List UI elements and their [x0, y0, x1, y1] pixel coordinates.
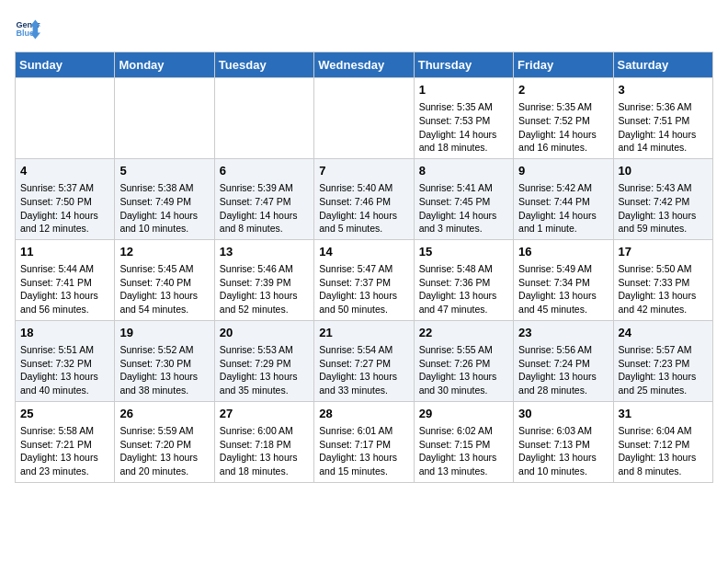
calendar-cell: 6Sunrise: 5:39 AM Sunset: 7:47 PM Daylig…	[214, 158, 313, 239]
calendar-cell: 7Sunrise: 5:40 AM Sunset: 7:46 PM Daylig…	[314, 158, 414, 239]
day-info: Sunrise: 5:46 AM Sunset: 7:39 PM Dayligh…	[220, 262, 309, 316]
day-number: 1	[419, 82, 508, 98]
logo-icon: General Blue	[15, 15, 40, 40]
weekday-header: Tuesday	[214, 52, 313, 78]
day-info: Sunrise: 5:54 AM Sunset: 7:27 PM Dayligh…	[319, 343, 408, 397]
calendar-cell: 21Sunrise: 5:54 AM Sunset: 7:27 PM Dayli…	[314, 320, 414, 401]
day-number: 30	[518, 406, 608, 422]
calendar-cell: 24Sunrise: 5:57 AM Sunset: 7:23 PM Dayli…	[613, 320, 712, 401]
calendar-cell: 17Sunrise: 5:50 AM Sunset: 7:33 PM Dayli…	[613, 239, 712, 320]
calendar-cell: 27Sunrise: 6:00 AM Sunset: 7:18 PM Dayli…	[214, 401, 313, 482]
day-info: Sunrise: 5:58 AM Sunset: 7:21 PM Dayligh…	[20, 424, 109, 478]
calendar-cell: 14Sunrise: 5:47 AM Sunset: 7:37 PM Dayli…	[314, 239, 414, 320]
calendar-cell: 20Sunrise: 5:53 AM Sunset: 7:29 PM Dayli…	[214, 320, 313, 401]
day-number: 18	[20, 325, 109, 341]
calendar-cell: 19Sunrise: 5:52 AM Sunset: 7:30 PM Dayli…	[115, 320, 214, 401]
day-info: Sunrise: 5:53 AM Sunset: 7:29 PM Dayligh…	[220, 343, 309, 397]
day-number: 21	[319, 325, 408, 341]
calendar-cell	[214, 78, 313, 159]
calendar-week-row: 11Sunrise: 5:44 AM Sunset: 7:41 PM Dayli…	[16, 239, 713, 320]
calendar-cell: 9Sunrise: 5:42 AM Sunset: 7:44 PM Daylig…	[514, 158, 613, 239]
weekday-header: Wednesday	[314, 52, 414, 78]
day-number: 28	[319, 406, 408, 422]
calendar-cell: 31Sunrise: 6:04 AM Sunset: 7:12 PM Dayli…	[613, 401, 712, 482]
weekday-header: Sunday	[16, 52, 115, 78]
day-number: 19	[119, 325, 209, 341]
calendar-cell: 18Sunrise: 5:51 AM Sunset: 7:32 PM Dayli…	[16, 320, 115, 401]
day-number: 14	[319, 244, 408, 260]
day-number: 9	[518, 163, 608, 179]
calendar-cell: 11Sunrise: 5:44 AM Sunset: 7:41 PM Dayli…	[16, 239, 115, 320]
day-info: Sunrise: 5:41 AM Sunset: 7:45 PM Dayligh…	[419, 181, 508, 236]
calendar-cell	[16, 78, 115, 159]
day-info: Sunrise: 5:36 AM Sunset: 7:51 PM Dayligh…	[619, 100, 708, 155]
day-number: 11	[20, 244, 109, 260]
day-number: 8	[419, 163, 508, 179]
day-number: 17	[619, 244, 708, 260]
day-info: Sunrise: 5:47 AM Sunset: 7:37 PM Dayligh…	[319, 262, 408, 316]
day-info: Sunrise: 5:35 AM Sunset: 7:53 PM Dayligh…	[419, 100, 508, 155]
calendar-week-row: 4Sunrise: 5:37 AM Sunset: 7:50 PM Daylig…	[16, 158, 713, 239]
day-info: Sunrise: 6:00 AM Sunset: 7:18 PM Dayligh…	[220, 424, 309, 478]
calendar-header-row: SundayMondayTuesdayWednesdayThursdayFrid…	[16, 52, 713, 78]
day-number: 24	[619, 325, 708, 341]
day-info: Sunrise: 5:38 AM Sunset: 7:49 PM Dayligh…	[119, 181, 209, 236]
calendar-cell: 26Sunrise: 5:59 AM Sunset: 7:20 PM Dayli…	[115, 401, 214, 482]
weekday-header: Thursday	[414, 52, 513, 78]
logo: General Blue	[15, 15, 44, 40]
day-info: Sunrise: 5:44 AM Sunset: 7:41 PM Dayligh…	[20, 262, 109, 316]
calendar-cell: 13Sunrise: 5:46 AM Sunset: 7:39 PM Dayli…	[214, 239, 313, 320]
weekday-header: Monday	[115, 52, 214, 78]
calendar-cell: 29Sunrise: 6:02 AM Sunset: 7:15 PM Dayli…	[414, 401, 513, 482]
day-number: 26	[119, 406, 209, 422]
day-number: 20	[220, 325, 309, 341]
day-info: Sunrise: 6:02 AM Sunset: 7:15 PM Dayligh…	[419, 424, 508, 478]
calendar-cell: 30Sunrise: 6:03 AM Sunset: 7:13 PM Dayli…	[514, 401, 613, 482]
day-info: Sunrise: 5:37 AM Sunset: 7:50 PM Dayligh…	[20, 181, 109, 236]
calendar-cell: 8Sunrise: 5:41 AM Sunset: 7:45 PM Daylig…	[414, 158, 513, 239]
calendar-cell: 23Sunrise: 5:56 AM Sunset: 7:24 PM Dayli…	[514, 320, 613, 401]
day-info: Sunrise: 5:39 AM Sunset: 7:47 PM Dayligh…	[220, 181, 309, 236]
calendar-cell: 22Sunrise: 5:55 AM Sunset: 7:26 PM Dayli…	[414, 320, 513, 401]
day-info: Sunrise: 5:35 AM Sunset: 7:52 PM Dayligh…	[518, 100, 608, 155]
day-info: Sunrise: 5:52 AM Sunset: 7:30 PM Dayligh…	[119, 343, 209, 397]
day-number: 16	[518, 244, 608, 260]
calendar-cell: 10Sunrise: 5:43 AM Sunset: 7:42 PM Dayli…	[613, 158, 712, 239]
day-number: 12	[119, 244, 209, 260]
calendar-week-row: 18Sunrise: 5:51 AM Sunset: 7:32 PM Dayli…	[16, 320, 713, 401]
day-info: Sunrise: 5:49 AM Sunset: 7:34 PM Dayligh…	[518, 262, 608, 316]
day-info: Sunrise: 5:51 AM Sunset: 7:32 PM Dayligh…	[20, 343, 109, 397]
day-number: 22	[419, 325, 508, 341]
weekday-header: Friday	[514, 52, 613, 78]
calendar-cell: 25Sunrise: 5:58 AM Sunset: 7:21 PM Dayli…	[16, 401, 115, 482]
day-info: Sunrise: 5:56 AM Sunset: 7:24 PM Dayligh…	[518, 343, 608, 397]
day-number: 5	[119, 163, 209, 179]
calendar-cell: 4Sunrise: 5:37 AM Sunset: 7:50 PM Daylig…	[16, 158, 115, 239]
calendar-cell: 12Sunrise: 5:45 AM Sunset: 7:40 PM Dayli…	[115, 239, 214, 320]
day-number: 15	[419, 244, 508, 260]
calendar-cell	[314, 78, 414, 159]
day-info: Sunrise: 5:48 AM Sunset: 7:36 PM Dayligh…	[419, 262, 508, 316]
calendar-cell: 15Sunrise: 5:48 AM Sunset: 7:36 PM Dayli…	[414, 239, 513, 320]
day-number: 7	[319, 163, 408, 179]
calendar-cell: 1Sunrise: 5:35 AM Sunset: 7:53 PM Daylig…	[414, 78, 513, 159]
day-info: Sunrise: 5:43 AM Sunset: 7:42 PM Dayligh…	[619, 181, 708, 236]
day-number: 10	[619, 163, 708, 179]
day-info: Sunrise: 5:50 AM Sunset: 7:33 PM Dayligh…	[619, 262, 708, 316]
calendar-cell	[115, 78, 214, 159]
day-number: 4	[20, 163, 109, 179]
day-info: Sunrise: 6:03 AM Sunset: 7:13 PM Dayligh…	[518, 424, 608, 478]
day-info: Sunrise: 5:40 AM Sunset: 7:46 PM Dayligh…	[319, 181, 408, 236]
calendar-cell: 2Sunrise: 5:35 AM Sunset: 7:52 PM Daylig…	[514, 78, 613, 159]
calendar-cell: 16Sunrise: 5:49 AM Sunset: 7:34 PM Dayli…	[514, 239, 613, 320]
weekday-header: Saturday	[613, 52, 712, 78]
day-number: 25	[20, 406, 109, 422]
day-number: 29	[419, 406, 508, 422]
day-number: 13	[220, 244, 309, 260]
day-number: 27	[220, 406, 309, 422]
page-header: General Blue	[15, 15, 713, 40]
calendar-cell: 5Sunrise: 5:38 AM Sunset: 7:49 PM Daylig…	[115, 158, 214, 239]
day-info: Sunrise: 5:55 AM Sunset: 7:26 PM Dayligh…	[419, 343, 508, 397]
day-info: Sunrise: 5:45 AM Sunset: 7:40 PM Dayligh…	[119, 262, 209, 316]
day-number: 23	[518, 325, 608, 341]
